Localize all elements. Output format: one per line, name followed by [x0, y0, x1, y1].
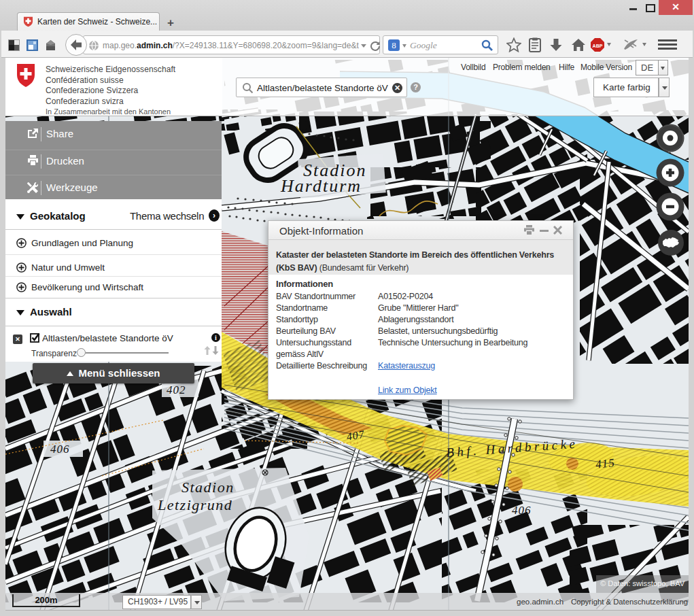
svg-text:415: 415 — [595, 456, 615, 471]
svg-text:Hardturm: Hardturm — [280, 176, 362, 196]
svg-text:406: 406 — [50, 443, 70, 456]
svg-text:Stadion: Stadion — [181, 479, 235, 496]
svg-text:ABP: ABP — [593, 44, 603, 48]
svg-text:Letzigrund: Letzigrund — [157, 496, 232, 513]
svg-text:406: 406 — [512, 504, 532, 517]
svg-text:402: 402 — [167, 383, 186, 396]
